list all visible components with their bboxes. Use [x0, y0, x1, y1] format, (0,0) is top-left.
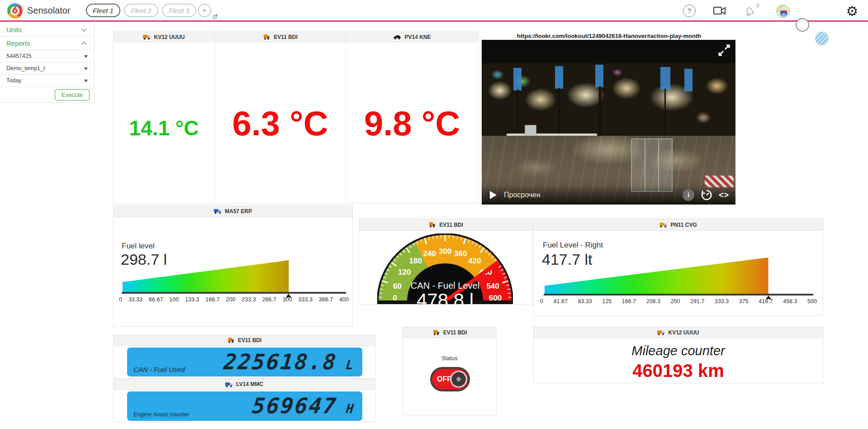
svg-text:360: 360: [454, 249, 467, 258]
chart-value: 298.7 l: [121, 251, 167, 268]
add-tab-button[interactable]: +: [198, 4, 211, 17]
widget-gauge-ev11: EV11 BDI 060120180240300360420480540600 …: [359, 219, 533, 305]
truck-icon: [659, 222, 667, 228]
widget-header[interactable]: KV12 UUUU: [534, 327, 823, 338]
flag: [513, 68, 522, 91]
widget-temp-ev11: EV11 BDI 6.3 °C: [214, 32, 346, 204]
widget-status: EV11 BDI Status OFF: [403, 327, 497, 415]
map-layer-icon[interactable]: 40: [776, 5, 790, 18]
truck-icon: [432, 329, 440, 335]
truck-icon: [227, 337, 235, 343]
embed-code-icon[interactable]: <>: [719, 191, 729, 200]
lcd-display: CAN - Fuel Used 225618.8 L: [127, 348, 362, 377]
camera-icon[interactable]: [713, 6, 726, 16]
lcd-label: CAN - Fuel Used: [133, 366, 185, 373]
chart-value: 417.7 lt: [542, 251, 593, 268]
widget-webcam: https://lookr.com/lookout/1249042618-Han…: [482, 32, 736, 205]
flag: [660, 67, 670, 90]
execute-button[interactable]: Execute: [55, 89, 90, 100]
report-id-select[interactable]: 54457425: [0, 50, 94, 62]
glass-shelter: [631, 138, 673, 192]
report-period-select[interactable]: Today: [0, 75, 94, 87]
info-icon[interactable]: i: [683, 189, 694, 201]
truck-icon: [657, 329, 665, 335]
tab-fleet-2[interactable]: Fleet 2: [124, 4, 158, 17]
notification-badge: 0: [756, 3, 759, 9]
chevron-down-icon: [81, 26, 86, 31]
lcd-label: Engine hours counter: [133, 411, 190, 418]
app-title: Sensolator: [27, 5, 71, 16]
chevron-up-icon: [81, 42, 86, 47]
execute-row: Execute: [0, 87, 94, 103]
flag: [555, 66, 563, 89]
sidebar-section-units[interactable]: Units: [0, 23, 94, 37]
svg-text:420: 420: [468, 257, 481, 265]
water-layer-icon[interactable]: [815, 32, 829, 45]
tab-fleet-1[interactable]: Fleet 1: [86, 4, 120, 17]
bell-icon[interactable]: [744, 5, 755, 16]
widget-digital-fuel-used: EV11 BDI CAN - Fuel Used 225618.8 L: [113, 334, 375, 379]
settings-gear-icon[interactable]: ⚙: [844, 2, 861, 19]
widget-temp-pv14: PV14 KNE 9.8 °C: [346, 32, 479, 204]
widget-header[interactable]: PV14 KNE: [346, 32, 478, 42]
webcam-video[interactable]: Просрочен i <>: [482, 40, 735, 205]
mileage-label: Mileage counter: [534, 343, 823, 358]
widget-header[interactable]: MA57 ERP: [114, 205, 352, 217]
truck-icon: [143, 34, 151, 40]
flag: [684, 69, 693, 91]
lcd-value: 569647 H: [251, 393, 356, 418]
axis-ticks: 0 33.33 66.67 100 133.3 166.7 200 233.3 …: [119, 296, 349, 303]
axis-ticks: 0 41.67 83.33 125 166.7 208.3 250 291.7 …: [540, 298, 817, 305]
car-icon: [393, 34, 401, 40]
webcam-url-title[interactable]: https://lookr.com/lookout/1249042618-Han…: [482, 32, 736, 40]
toggle-state-text: OFF: [437, 375, 451, 383]
svg-text:240: 240: [423, 249, 436, 258]
road-shield-badge: 40: [780, 10, 787, 16]
gauge-value: 478.8 l: [377, 290, 513, 305]
widget-header[interactable]: EV11 BDI: [359, 219, 532, 231]
top-bar: Sensolator Fleet 1 Fleet 2 Fleet 3 + ? 0…: [0, 0, 868, 22]
chart-title: Fuel level: [122, 242, 155, 251]
sidebar: Units Reports 54457425 Demo_temp1_t Toda…: [0, 23, 95, 103]
widget-header[interactable]: EV11 BDI: [403, 327, 496, 338]
dropdown-arrow-icon: [84, 67, 88, 70]
lcd-display: Engine hours counter 569647 H: [127, 391, 362, 421]
help-icon[interactable]: ?: [683, 5, 696, 17]
replay-icon[interactable]: [701, 189, 712, 201]
truck-icon: [263, 34, 270, 40]
widget-header[interactable]: KV12 UUUU: [114, 32, 214, 42]
expand-icon[interactable]: [717, 43, 731, 57]
video-controls: Просрочен i <>: [482, 186, 735, 205]
flag: [595, 65, 603, 87]
status-label: Status: [403, 355, 496, 362]
dropdown-arrow-icon: [84, 80, 88, 82]
blank-layer-icon[interactable]: [796, 18, 809, 32]
report-template-select[interactable]: Demo_temp1_t: [0, 62, 94, 75]
popout-window-icon[interactable]: [213, 14, 218, 19]
gauge-chart: 060120180240300360420480540600 CAN - Fue…: [377, 234, 513, 305]
play-icon[interactable]: [490, 191, 497, 199]
truck-icon: [428, 222, 436, 228]
widget-fuel-pn11: PN11 CVG Fuel Level - Right 417.7 lt 0 4…: [533, 219, 823, 316]
toggle-knob: [450, 371, 467, 388]
truck-icon: [214, 208, 222, 214]
lcd-value: 225618.8 L: [223, 349, 356, 374]
video-status-text: Просрочен: [504, 191, 541, 199]
widget-header[interactable]: PN11 CVG: [534, 219, 823, 231]
widget-header[interactable]: EV11 BDI: [215, 32, 346, 42]
widget-header[interactable]: EV11 BDI: [114, 335, 375, 346]
sidebar-section-reports[interactable]: Reports: [0, 37, 94, 50]
truck-icon: [225, 381, 233, 387]
svg-text:120: 120: [398, 268, 411, 276]
status-toggle[interactable]: OFF: [430, 367, 470, 391]
svg-text:300: 300: [439, 247, 451, 256]
widget-fuel-ma57: MA57 ERP Fuel level 298.7 l 0 33.33 66.6…: [113, 205, 353, 327]
temperature-value: 6.3 °C: [215, 104, 346, 143]
sensolator-logo-icon: [7, 3, 23, 19]
temperature-value: 9.8 °C: [346, 104, 478, 143]
svg-text:180: 180: [409, 257, 422, 265]
widget-header[interactable]: LV14 MMC: [114, 379, 375, 390]
dropdown-arrow-icon: [84, 55, 88, 58]
temperature-value: 14.1 °C: [114, 116, 214, 140]
tab-fleet-3[interactable]: Fleet 3: [162, 4, 196, 17]
